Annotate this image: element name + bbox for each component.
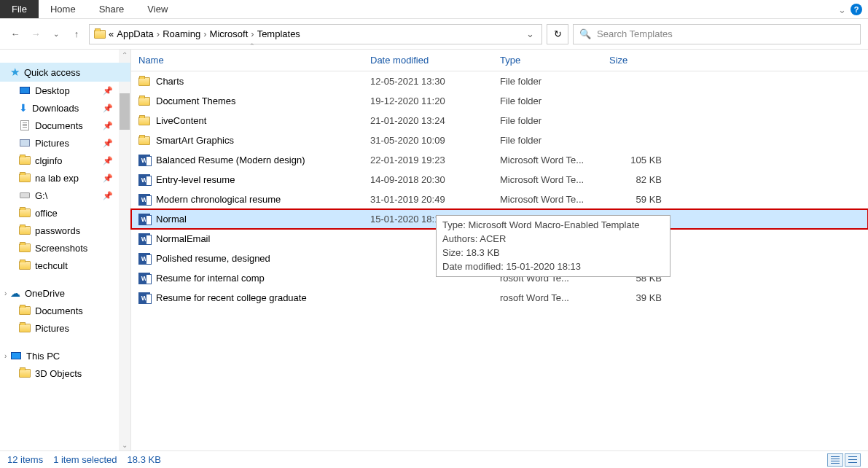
file-row[interactable]: WResume for recent college graduaterosof… <box>131 288 868 308</box>
tree-item[interactable]: techcult <box>0 257 130 274</box>
pc-icon <box>11 352 21 359</box>
tree-item[interactable]: na lab exp📌 <box>0 169 130 187</box>
pin-icon: 📌 <box>103 191 128 200</box>
tree-item-label: G:\ <box>35 190 47 201</box>
file-row[interactable]: WModern chronological resume31-01-2019 2… <box>131 190 868 209</box>
sort-indicator-icon: ⌃ <box>249 42 255 50</box>
tree-item-label: Documents <box>35 120 83 131</box>
pin-icon: 📌 <box>103 121 128 130</box>
nav-up-button[interactable]: ↑ <box>69 26 85 42</box>
tree-item[interactable]: Screenshots <box>0 239 130 257</box>
file-row[interactable]: Charts12-05-2021 13:30File folder <box>131 71 868 91</box>
file-name: Resume for recent college graduate <box>156 292 307 303</box>
tree-item-label: techcult <box>35 260 68 271</box>
tree-item[interactable]: ⬇Downloads📌 <box>0 99 130 117</box>
tree-item[interactable]: Documents <box>0 302 130 319</box>
help-icon[interactable]: ? <box>851 4 862 15</box>
file-date: 19-12-2020 11:20 <box>370 95 500 106</box>
tree-item-label: office <box>35 208 58 219</box>
file-date: 14-09-2018 20:30 <box>370 174 500 185</box>
tree-item[interactable]: office <box>0 204 130 222</box>
file-type: Microsoft Word Te... <box>500 155 609 165</box>
file-date: 31-01-2019 20:49 <box>370 194 500 205</box>
file-row[interactable]: Document Themes19-12-2020 11:20File fold… <box>131 91 868 111</box>
folder-icon <box>138 77 150 86</box>
nav-recent-dropdown[interactable]: ⌄ <box>48 26 64 42</box>
folder-icon <box>19 156 31 165</box>
tab-view[interactable]: View <box>136 0 179 18</box>
file-type: File folder <box>500 95 609 106</box>
folder-icon <box>19 261 31 270</box>
chevron-right-icon: › <box>157 28 160 39</box>
ribbon-chevron-icon[interactable]: ⌄ <box>838 4 846 15</box>
file-row[interactable]: WEntry-level resume14-09-2018 20:30Micro… <box>131 170 868 190</box>
pin-icon: 📌 <box>103 173 128 183</box>
tab-share[interactable]: Share <box>87 0 136 18</box>
breadcrumb[interactable]: Roaming› <box>163 28 206 39</box>
tree-item-label: Pictures <box>35 323 69 334</box>
tooltip-type: Type: Microsoft Word Macro-Enabled Templ… <box>442 219 664 233</box>
word-icon: W <box>138 194 150 206</box>
word-icon: W <box>138 214 150 225</box>
view-large-icons-button[interactable] <box>845 453 861 467</box>
tree-onedrive[interactable]: › ☁ OneDrive <box>0 284 130 302</box>
tree-item[interactable]: Pictures <box>0 319 130 337</box>
tree-quick-access[interactable]: ★ Quick access <box>0 63 130 82</box>
tree-item-label: clginfo <box>35 155 63 166</box>
tree-item[interactable]: Desktop📌 <box>0 82 130 99</box>
tree-this-pc[interactable]: › This PC <box>0 347 130 364</box>
file-date: 31-05-2020 10:09 <box>370 135 500 146</box>
tree-item-label: Screenshots <box>35 243 87 254</box>
tree-item[interactable]: Documents📌 <box>0 117 130 134</box>
tree-item-label: Documents <box>35 305 83 316</box>
file-row[interactable]: WBalanced Resume (Modern design)22-01-20… <box>131 150 868 170</box>
file-type: Microsoft Word Te... <box>500 194 609 205</box>
file-row[interactable]: LiveContent21-01-2020 13:24File folder <box>131 111 868 130</box>
search-icon: 🔍 <box>579 28 591 39</box>
pin-icon: 📌 <box>103 104 128 113</box>
word-icon: W <box>138 155 150 166</box>
tree-item[interactable]: passwords <box>0 222 130 239</box>
address-bar[interactable]: « AppData› Roaming› Microsoft› Templates… <box>89 24 542 44</box>
file-size: 59 KB <box>609 194 668 205</box>
search-input[interactable]: 🔍 Search Templates <box>573 24 861 44</box>
scroll-down-icon[interactable]: ⌄ <box>122 441 128 449</box>
tab-file[interactable]: File <box>0 0 39 18</box>
file-row[interactable]: SmartArt Graphics31-05-2020 10:09File fo… <box>131 130 868 150</box>
column-name[interactable]: Name <box>138 55 370 66</box>
folder-icon <box>19 369 31 378</box>
refresh-button[interactable]: ↻ <box>547 24 568 44</box>
file-size: 105 KB <box>609 155 668 165</box>
chevron-right-icon: › <box>203 28 206 39</box>
tab-home[interactable]: Home <box>39 0 87 18</box>
tree-item[interactable]: 3D Objects <box>0 364 130 382</box>
tree-item[interactable]: G:\📌 <box>0 187 130 204</box>
tooltip-size: Size: 18.3 KB <box>442 246 664 260</box>
tree-item[interactable]: Pictures📌 <box>0 134 130 152</box>
file-date: 22-01-2019 19:23 <box>370 155 500 165</box>
file-name: LiveContent <box>156 115 206 126</box>
tree-item-label: Pictures <box>35 138 69 149</box>
scroll-up-icon[interactable]: ⌃ <box>122 51 128 59</box>
breadcrumb-prefix: « <box>109 28 114 39</box>
chevron-right-icon: › <box>4 289 7 297</box>
file-type: File folder <box>500 76 609 87</box>
column-type[interactable]: Type <box>500 55 609 66</box>
view-details-button[interactable] <box>827 453 843 467</box>
chevron-right-icon: › <box>4 352 7 360</box>
nav-back-button[interactable]: ← <box>7 26 23 42</box>
column-size[interactable]: Size <box>609 55 668 66</box>
nav-forward-button[interactable]: → <box>28 26 44 42</box>
file-date: 21-01-2020 13:24 <box>370 115 500 126</box>
file-tooltip: Type: Microsoft Word Macro-Enabled Templ… <box>436 215 670 277</box>
folder-icon <box>138 117 150 125</box>
search-placeholder: Search Templates <box>597 28 673 39</box>
column-date[interactable]: Date modified <box>370 55 500 66</box>
address-history-dropdown[interactable]: ⌄ <box>523 28 537 39</box>
breadcrumb[interactable]: AppData› <box>117 28 160 39</box>
tree-item[interactable]: clginfo📌 <box>0 152 130 169</box>
breadcrumb[interactable]: Microsoft› <box>210 28 254 39</box>
ribbon-tabs: File Home Share View ⌄ ? <box>0 0 868 19</box>
folder-icon <box>19 324 31 332</box>
breadcrumb[interactable]: Templates <box>257 28 300 39</box>
